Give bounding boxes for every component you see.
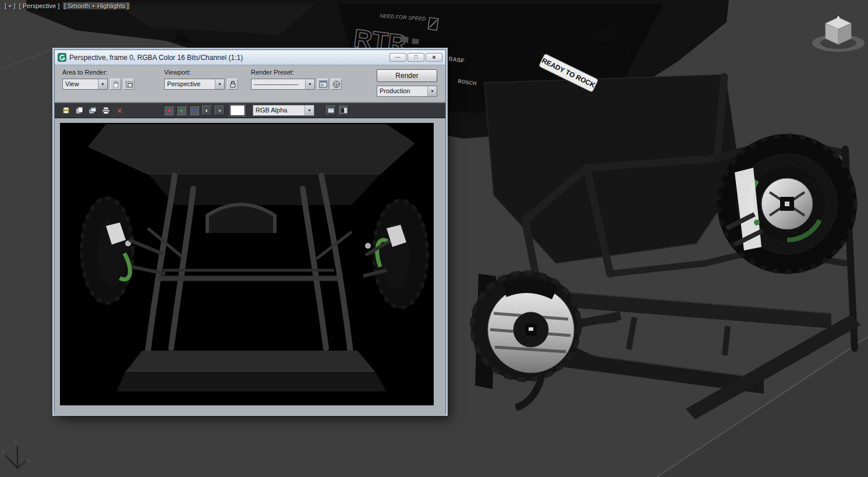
production-mode-dropdown[interactable]: Production ▼ [377, 86, 437, 97]
viewport-menu-shading[interactable]: [ Smooth + Highlights ] [63, 2, 130, 9]
rendered-image [60, 123, 434, 405]
monochrome-icon: ◐ [205, 107, 208, 114]
lock-icon [229, 80, 236, 89]
hand-icon [112, 80, 120, 89]
clear-x-icon: × [117, 107, 122, 115]
channel-display-dropdown[interactable]: RGB Alpha ▼ [253, 105, 314, 116]
environment-sphere-icon [332, 80, 341, 89]
close-button[interactable]: × [426, 53, 442, 62]
clear-image-button[interactable]: × [114, 105, 125, 116]
chevron-down-icon: ▼ [215, 79, 224, 89]
3dsmax-viewport[interactable]: NEED FOR SPEED RTR RTR BASF BOSCH READY … [0, 0, 868, 477]
render-preset-label: Render Preset: [251, 69, 342, 76]
viewport-menu-view[interactable]: [ Perspective ] [19, 2, 60, 9]
green-channel-button[interactable]: ● [176, 105, 186, 115]
save-image-button[interactable] [61, 105, 71, 116]
monochrome-channel-button[interactable]: ◐ [202, 105, 212, 115]
clone-window-icon [88, 107, 97, 114]
render-image-area [55, 118, 445, 415]
ui-overlay-icon [327, 107, 335, 114]
print-image-button[interactable] [101, 105, 111, 116]
region-icon [125, 80, 133, 89]
axis-y-label: y [27, 457, 30, 462]
render-preset-dropdown[interactable]: --------------------- ▼ [251, 79, 315, 90]
area-to-render-dropdown[interactable]: View ▼ [62, 79, 108, 90]
render-setup-button[interactable] [317, 79, 328, 90]
copy-icon [76, 107, 83, 114]
render-setup-icon [319, 80, 327, 88]
minimize-button[interactable]: — [389, 53, 406, 62]
pan-hand-button[interactable] [110, 79, 121, 90]
area-to-render-label: Area to Render: [62, 69, 134, 76]
red-channel-icon: ● [166, 107, 170, 114]
image-toolbar: × ● ● ● ◐ ● RGB Alpha ▼ [55, 103, 445, 118]
viewport-label: [ + ] [ Perspective ] [ Smooth + Highlig… [5, 2, 130, 9]
environment-button[interactable] [331, 79, 342, 90]
ui-layout-icon [340, 107, 348, 114]
clone-window-button[interactable] [87, 105, 98, 116]
render-window-icon [58, 53, 66, 62]
rear-wheel [717, 134, 857, 274]
alpha-channel-button[interactable]: ● [215, 105, 225, 115]
red-channel-button[interactable]: ● [164, 105, 173, 115]
green-channel-icon: ● [179, 107, 183, 114]
maximize-button[interactable]: □ [408, 53, 424, 62]
chevron-down-icon: ▼ [98, 79, 107, 89]
floppy-save-icon [62, 107, 70, 114]
viewport-dropdown[interactable]: Perspective ▼ [164, 79, 225, 90]
toggle-ui-overlays-button[interactable] [326, 105, 336, 115]
lock-viewport-button[interactable] [227, 79, 238, 90]
render-window-titlebar[interactable]: Perspective, frame 0, RGBA Color 16 Bits… [55, 50, 445, 65]
chevron-down-icon: ▼ [304, 105, 314, 115]
edit-region-button[interactable] [123, 79, 134, 90]
window-title: Perspective, frame 0, RGBA Color 16 Bits… [69, 54, 387, 62]
axis-z-label: z [15, 439, 17, 445]
copy-image-button[interactable] [74, 105, 84, 116]
viewport-dropdown-label: Viewport: [164, 69, 238, 76]
render-button[interactable]: Render [377, 69, 437, 82]
alpha-channel-icon: ● [218, 107, 221, 114]
blue-channel-icon: ● [192, 107, 196, 114]
blue-channel-button[interactable]: ● [189, 105, 199, 115]
chevron-down-icon: ▼ [427, 86, 437, 96]
axis-x-label: x [2, 448, 5, 454]
render-controls-row: Area to Render: View ▼ Viewport: [55, 65, 445, 103]
background-color-swatch[interactable] [230, 105, 245, 116]
viewport-menu-plus[interactable]: [ + ] [5, 2, 16, 9]
rendered-frame-window: Perspective, frame 0, RGBA Color 16 Bits… [54, 50, 446, 414]
printer-icon [102, 107, 110, 114]
chevron-down-icon: ▼ [305, 79, 314, 89]
toggle-ui-layout-button[interactable] [339, 105, 349, 115]
